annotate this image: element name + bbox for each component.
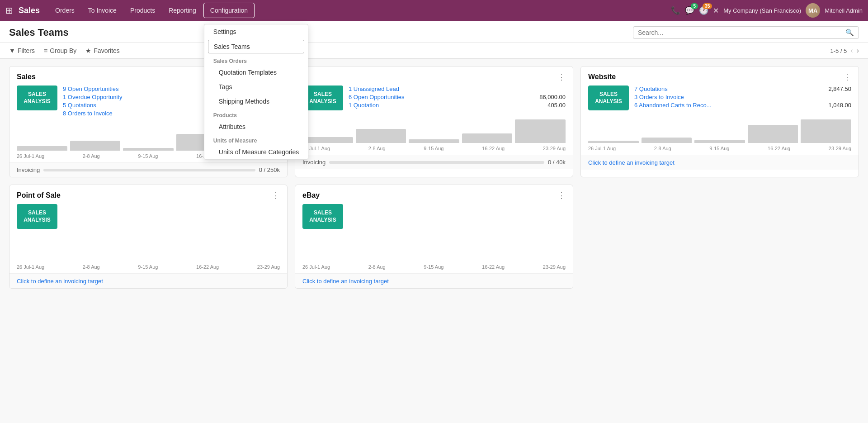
card-menu-button[interactable]: ⋮ xyxy=(843,72,851,82)
dropdown-quotation-templates[interactable]: Quotation Templates xyxy=(204,65,308,80)
stat-link[interactable]: 9 Open Opportunities xyxy=(63,86,119,92)
chart-bar xyxy=(409,139,459,143)
configuration-dropdown: Settings Sales Teams Sales Orders Quotat… xyxy=(204,24,308,160)
stat-row: 1 Unassigned Lead xyxy=(349,86,566,92)
chart-labels: 26 Jul-1 Aug2-8 Aug9-15 Aug16-22 Aug23-2… xyxy=(588,145,851,155)
nav-item-configuration[interactable]: Configuration Settings Sales Teams Sales… xyxy=(203,3,255,18)
dropdown-section-products: Products xyxy=(204,109,308,119)
stat-value: 405.00 xyxy=(547,102,566,109)
card-chart: 26 Jul-1 Aug2-8 Aug9-15 Aug16-22 Aug23-2… xyxy=(295,233,573,273)
stat-link[interactable]: 3 Orders to Invoice xyxy=(634,94,684,100)
card-body: SALESANALYSIS 7 Quotations 2,847.50 3 Or… xyxy=(581,86,859,114)
stat-link[interactable]: 6 Abandoned Carts to Reco... xyxy=(634,102,712,109)
avatar[interactable]: MA xyxy=(806,3,820,18)
chart-bars xyxy=(17,236,280,263)
dropdown-attributes[interactable]: Attributes xyxy=(204,119,308,134)
topnav-right: 📞 💬 5 🕐 35 ✕ My Company (San Francisco) … xyxy=(671,3,863,18)
dropdown-shipping-methods[interactable]: Shipping Methods xyxy=(204,94,308,109)
chart-bar xyxy=(356,129,406,143)
chart-label: 9-15 Aug xyxy=(424,264,443,270)
invoicing-link[interactable]: Click to define an invoicing target xyxy=(302,278,389,285)
stat-link[interactable]: 1 Overdue Opportunity xyxy=(63,94,123,100)
card-title: Sales xyxy=(17,73,36,81)
chart-label: 26 Jul-1 Aug xyxy=(588,146,616,151)
dropdown-settings[interactable]: Settings xyxy=(204,24,308,39)
search-input[interactable] xyxy=(638,29,845,36)
app-name: Sales xyxy=(19,6,40,15)
pagination-text: 1-5 / 5 xyxy=(830,48,847,54)
stat-link[interactable]: 1 Quotation xyxy=(349,102,379,109)
pagination: 1-5 / 5 ‹ › xyxy=(830,47,859,55)
stat-link[interactable]: 5 Quotations xyxy=(63,102,96,109)
dropdown-tags[interactable]: Tags xyxy=(204,80,308,94)
invoicing-link[interactable]: Click to define an invoicing target xyxy=(17,278,103,285)
activity-badge: 35 xyxy=(703,3,712,9)
invoicing-link[interactable]: Click to define an invoicing target xyxy=(588,159,675,166)
stat-row: 6 Abandoned Carts to Reco... 1,048.00 xyxy=(634,102,851,109)
search-bar[interactable]: 🔍 xyxy=(633,26,859,39)
card-header: Point of Sale ⋮ xyxy=(9,185,287,204)
close-icon[interactable]: ✕ xyxy=(713,6,719,15)
chart-label: 16-22 Aug xyxy=(482,264,505,270)
sales-analysis-button[interactable]: SALESANALYSIS xyxy=(17,204,57,229)
stat-row: 7 Quotations 2,847.50 xyxy=(634,86,851,92)
chart-label: 9-15 Aug xyxy=(709,146,729,151)
groupby-icon: ≡ xyxy=(44,47,47,54)
sales-analysis-button[interactable]: SALESANALYSIS xyxy=(302,86,343,110)
chat-icon[interactable]: 💬 5 xyxy=(685,6,694,15)
favorites-button[interactable]: ★ Favorites xyxy=(85,47,120,54)
chart-labels: 26 Jul-1 Aug2-8 Aug9-15 Aug16-22 Aug23-2… xyxy=(302,263,566,273)
card-stats: 1 Unassigned Lead 6 Open Opportunities 8… xyxy=(349,86,566,110)
chart-bar xyxy=(748,125,798,143)
username: Mitchell Admin xyxy=(825,7,863,14)
card-menu-button[interactable]: ⋮ xyxy=(272,190,280,200)
chart-label: 2-8 Aug xyxy=(654,146,671,151)
card-ebay: eBay ⋮ SALESANALYSIS 26 Jul-1 Aug2-8 Aug… xyxy=(295,185,573,289)
nav-item-orders[interactable]: Orders xyxy=(49,3,81,18)
invoicing-label: Invoicing xyxy=(17,166,40,173)
card-footer: Click to define an invoicing target xyxy=(295,273,573,288)
chart-label: 9-15 Aug xyxy=(138,153,158,159)
sales-analysis-button[interactable]: SALESANALYSIS xyxy=(17,86,57,110)
stat-link[interactable]: 1 Unassigned Lead xyxy=(349,86,399,92)
nav-item-to-invoice[interactable]: To Invoice xyxy=(82,3,123,18)
stat-link[interactable]: 7 Quotations xyxy=(634,86,668,92)
progress-bar-wrap xyxy=(43,169,255,171)
invoicing-target: 0 / 250k xyxy=(259,166,280,173)
pagination-prev[interactable]: ‹ xyxy=(850,47,853,55)
card-menu-button[interactable]: ⋮ xyxy=(557,72,566,82)
dropdown-sales-teams[interactable]: Sales Teams xyxy=(208,40,304,53)
nav-menu: Orders To Invoice Products Reporting Con… xyxy=(49,3,669,18)
chart-label: 26 Jul-1 Aug xyxy=(17,264,44,270)
stat-link[interactable]: 8 Orders to Invoice xyxy=(63,110,113,117)
chart-bar xyxy=(17,146,67,151)
stat-value: 86,000.00 xyxy=(539,94,566,100)
card-title: eBay xyxy=(302,191,320,200)
filters-button[interactable]: ▼ Filters xyxy=(9,47,35,54)
pagination-next[interactable]: › xyxy=(857,47,859,55)
stat-link[interactable]: 6 Open Opportunities xyxy=(349,94,405,100)
card-unnamed: ⋮ SALESANALYSIS 1 Unassigned Lead 6 Open… xyxy=(295,66,573,177)
card-menu-button[interactable]: ⋮ xyxy=(557,190,566,200)
chart-label: 2-8 Aug xyxy=(83,264,100,270)
activity-icon[interactable]: 🕐 35 xyxy=(699,6,708,15)
sales-analysis-button[interactable]: SALESANALYSIS xyxy=(588,86,629,110)
phone-icon[interactable]: 📞 xyxy=(671,6,680,15)
nav-item-products[interactable]: Products xyxy=(124,3,161,18)
nav-item-reporting[interactable]: Reporting xyxy=(162,3,203,18)
chart-label: 9-15 Aug xyxy=(138,264,158,270)
page-title: Sales Teams xyxy=(9,27,69,38)
chart-bar xyxy=(801,119,851,143)
grid-icon[interactable]: ⊞ xyxy=(5,5,13,16)
sales-analysis-button[interactable]: SALESANALYSIS xyxy=(302,204,343,229)
groupby-label: Group By xyxy=(50,47,76,54)
card-chart: 26 Jul-1 Aug2-8 Aug9-15 Aug16-22 Aug23-2… xyxy=(581,114,859,155)
groupby-button[interactable]: ≡ Group By xyxy=(44,47,76,54)
subheader-right: 🔍 xyxy=(633,26,859,39)
stat-row: 6 Open Opportunities 86,000.00 xyxy=(349,94,566,100)
filter-icon: ▼ xyxy=(9,47,15,54)
stat-value: 2,847.50 xyxy=(828,86,851,92)
card-header: ⋮ xyxy=(295,67,573,86)
dropdown-units-categories[interactable]: Units of Measure Categories xyxy=(204,145,308,159)
chart-label: 23-29 Aug xyxy=(257,264,280,270)
